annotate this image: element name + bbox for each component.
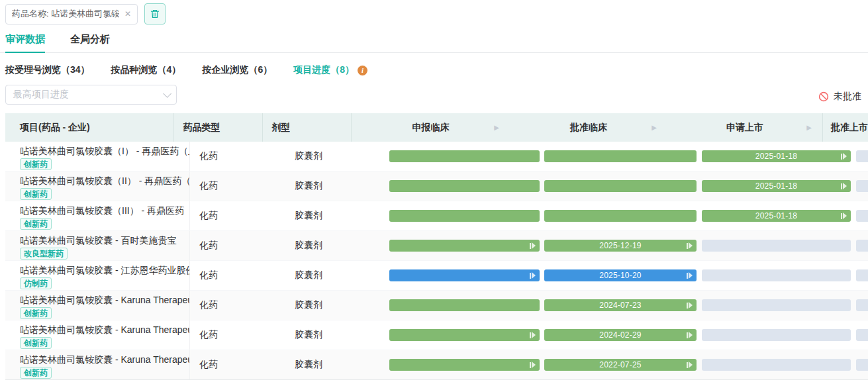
phase-cell bbox=[854, 201, 868, 230]
phase-cell bbox=[854, 231, 868, 260]
category-badge: 创新药 bbox=[20, 218, 52, 230]
progress-bar-blue[interactable]: 2025-10-20 bbox=[544, 269, 697, 281]
progress-bar-pending[interactable] bbox=[856, 329, 868, 341]
drug-type-cell: 化药 bbox=[190, 171, 287, 201]
progress-bar-green[interactable]: 2025-01-18 bbox=[702, 210, 851, 222]
project-cell: 呫诺美林曲司氯铵胶囊 - 江苏恩华药业股份有限公司 仿制药 bbox=[5, 261, 190, 290]
subtab-by-company[interactable]: 按企业浏览（6） bbox=[202, 64, 272, 76]
column-header-phase-clinical-filed: 申报临床 ▶ bbox=[352, 113, 510, 142]
subtab-by-variety[interactable]: 按品种浏览（4） bbox=[111, 64, 181, 76]
progress-bar-green[interactable] bbox=[389, 180, 540, 192]
progress-bar-green[interactable] bbox=[389, 210, 540, 222]
top-filter-bar: 药品名称: 呫诺美林曲司氯铵... ✕ bbox=[0, 0, 868, 24]
step-forward-icon bbox=[687, 272, 693, 279]
progress-bar-pending[interactable] bbox=[856, 269, 868, 281]
progress-bar-pending[interactable] bbox=[856, 299, 868, 311]
table-row[interactable]: 呫诺美林曲司氯铵胶囊 - Karuna Therapeutics 创新药 化药 … bbox=[5, 320, 868, 350]
progress-date: 2024-07-23 bbox=[599, 301, 641, 310]
progress-bar-green[interactable]: 2024-07-23 bbox=[544, 299, 697, 311]
category-badge: 创新药 bbox=[20, 188, 52, 200]
progress-bar-green[interactable] bbox=[389, 359, 540, 371]
progress-bar-pending[interactable] bbox=[856, 180, 868, 192]
drug-type-cell: 化药 bbox=[190, 291, 287, 320]
progress-bar-green[interactable] bbox=[544, 210, 697, 222]
drug-type-cell: 化药 bbox=[190, 320, 287, 350]
table-row[interactable]: 呫诺美林曲司氯铵胶囊 - Karuna Therapeutics 创新药 化药 … bbox=[5, 350, 868, 380]
column-header-dosage-form: 剂型 bbox=[263, 113, 352, 142]
dosage-form-cell: 胶囊剂 bbox=[287, 320, 383, 350]
subtab-label: 按企业浏览（6） bbox=[202, 64, 272, 76]
progress-bar-green[interactable] bbox=[544, 180, 697, 192]
progress-bar-green[interactable] bbox=[389, 240, 540, 252]
phase-cell: 2025-01-18 bbox=[699, 201, 854, 230]
drug-type-cell: 化药 bbox=[190, 201, 287, 230]
dosage-form-cell: 胶囊剂 bbox=[287, 231, 383, 260]
category-badge: 创新药 bbox=[20, 307, 52, 319]
progress-bar-green[interactable]: 2025-12-19 bbox=[544, 240, 697, 252]
progress-bar-pending[interactable] bbox=[702, 269, 851, 281]
progress-bar-green[interactable]: 2025-01-18 bbox=[702, 150, 851, 162]
project-name: 呫诺美林曲司氯铵胶囊（III） - 再鼎医药（上海） bbox=[20, 204, 189, 217]
phase-cell: 2024-02-29 bbox=[542, 320, 699, 350]
phase-bars: 2024-07-23 bbox=[383, 291, 868, 320]
category-badge: 改良型新药 bbox=[20, 248, 68, 260]
progress-bar-green[interactable]: 2025-01-18 bbox=[702, 180, 851, 192]
progress-bar-green[interactable]: 2022-07-25 bbox=[544, 359, 697, 371]
dosage-form-cell: 胶囊剂 bbox=[287, 142, 383, 171]
project-name: 呫诺美林曲司氯铵胶囊（II） - 再鼎医药（上海） bbox=[20, 174, 189, 187]
progress-bar-pending[interactable] bbox=[702, 359, 851, 371]
table-row[interactable]: 呫诺美林曲司氯铵胶囊 - 江苏恩华药业股份有限公司 仿制药 化药 胶囊剂 202… bbox=[5, 261, 868, 291]
phase-cell: 2025-10-20 bbox=[542, 261, 699, 290]
project-name: 呫诺美林曲司氯铵胶囊 - Karuna Therapeutics bbox=[20, 293, 189, 307]
progress-bar-pending[interactable] bbox=[856, 240, 868, 252]
table-row[interactable]: 呫诺美林曲司氯铵胶囊（II） - 再鼎医药（上海） 创新药 化药 胶囊剂 202… bbox=[5, 171, 868, 201]
trash-icon bbox=[150, 9, 160, 19]
tab-global-analysis[interactable]: 全局分析 bbox=[70, 33, 110, 53]
progress-bar-pending[interactable] bbox=[702, 299, 851, 311]
subtab-project-progress[interactable]: 项目进度（8） i bbox=[293, 64, 367, 76]
dosage-form-cell: 胶囊剂 bbox=[287, 201, 383, 230]
info-icon[interactable]: i bbox=[358, 66, 367, 75]
table-row[interactable]: 呫诺美林曲司氯铵胶囊 - 百时美施贵宝 改良型新药 化药 胶囊剂 2025-12… bbox=[5, 231, 868, 261]
subtab-by-acceptance-number[interactable]: 按受理号浏览（34） bbox=[5, 64, 90, 76]
project-cell: 呫诺美林曲司氯铵胶囊（II） - 再鼎医药（上海） 创新药 bbox=[5, 171, 190, 201]
project-progress-table: 项目(药品 - 企业) 药品类型 剂型 申报临床 ▶ 批准临床 ▶ 申请上市 ▶… bbox=[5, 113, 868, 380]
phase-label: 批准上市 bbox=[831, 122, 868, 134]
progress-date: 2024-02-29 bbox=[599, 330, 641, 340]
progress-bar-pending[interactable] bbox=[856, 150, 868, 162]
drug-name-filter-chip[interactable]: 药品名称: 呫诺美林曲司氯铵... ✕ bbox=[5, 4, 138, 24]
progress-bar-green[interactable] bbox=[544, 150, 697, 162]
project-name: 呫诺美林曲司氯铵胶囊（I） - 再鼎医药（上海） bbox=[20, 144, 189, 158]
filter-chip-label: 药品名称: 呫诺美林曲司氯铵... bbox=[12, 8, 119, 20]
max-progress-select[interactable]: 最高项目进度 bbox=[5, 85, 177, 105]
phase-label: 批准临床 bbox=[570, 122, 607, 134]
chevron-down-icon bbox=[163, 89, 171, 98]
phase-bars: 2025-01-18 bbox=[383, 201, 868, 230]
progress-bar-blue[interactable] bbox=[389, 269, 540, 281]
select-placeholder: 最高项目进度 bbox=[13, 89, 69, 101]
progress-bar-green[interactable] bbox=[389, 150, 540, 162]
progress-bar-pending[interactable] bbox=[702, 329, 851, 341]
progress-bar-green[interactable] bbox=[389, 329, 540, 341]
prohibit-icon bbox=[818, 91, 829, 102]
tab-review-data[interactable]: 审评数据 bbox=[5, 33, 45, 53]
table-row[interactable]: 呫诺美林曲司氯铵胶囊 - Karuna Therapeutics 创新药 化药 … bbox=[5, 291, 868, 320]
progress-bar-pending[interactable] bbox=[856, 359, 868, 371]
step-forward-icon bbox=[687, 332, 693, 338]
phase-arrow-icon: ▶ bbox=[651, 124, 657, 131]
progress-bar-green[interactable]: 2024-02-29 bbox=[544, 329, 697, 341]
dosage-form-cell: 胶囊剂 bbox=[287, 291, 383, 320]
clear-filters-button[interactable] bbox=[144, 3, 166, 24]
progress-bar-green[interactable] bbox=[389, 299, 540, 311]
progress-bar-pending[interactable] bbox=[702, 240, 851, 252]
close-icon[interactable]: ✕ bbox=[124, 9, 131, 19]
column-header-phase-clinical-approved: 批准临床 ▶ bbox=[510, 113, 667, 142]
phase-cell bbox=[854, 261, 868, 290]
dosage-form-cell: 胶囊剂 bbox=[287, 261, 383, 290]
step-forward-icon bbox=[841, 153, 847, 160]
progress-bar-pending[interactable] bbox=[856, 210, 868, 222]
table-row[interactable]: 呫诺美林曲司氯铵胶囊（III） - 再鼎医药（上海） 创新药 化药 胶囊剂 20… bbox=[5, 201, 868, 231]
not-approved-legend: 未批准 bbox=[818, 91, 861, 105]
table-row[interactable]: 呫诺美林曲司氯铵胶囊（I） - 再鼎医药（上海） 创新药 化药 胶囊剂 2025… bbox=[5, 142, 868, 171]
progress-date: 2025-01-18 bbox=[755, 181, 797, 191]
